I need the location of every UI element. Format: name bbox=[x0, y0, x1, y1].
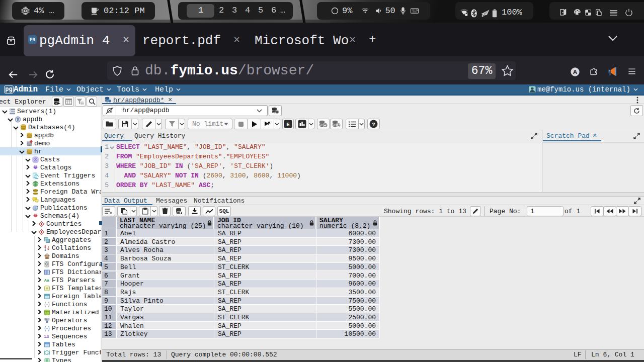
svg-text:E: E bbox=[286, 122, 290, 128]
svg-text:?: ? bbox=[372, 122, 375, 128]
svg-text:1.3: 1.3 bbox=[44, 334, 49, 338]
svg-text:Aa: Aa bbox=[44, 278, 50, 283]
svg-text:A: A bbox=[573, 68, 578, 75]
svg-text:1: 1 bbox=[44, 248, 46, 251]
